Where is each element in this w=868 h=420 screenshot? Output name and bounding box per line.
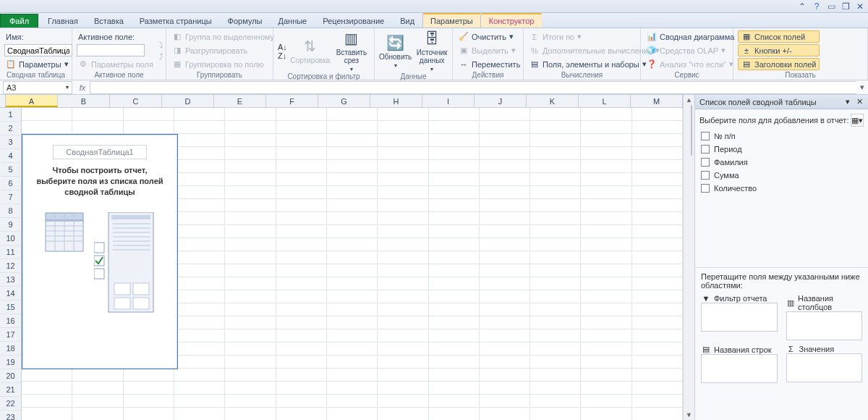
- cell[interactable]: [276, 160, 327, 173]
- cell[interactable]: [632, 186, 683, 199]
- formula-input[interactable]: [90, 81, 856, 94]
- column-header[interactable]: J: [475, 95, 527, 107]
- worksheet[interactable]: ABCDEFGHIJKLM 12345678910111213141516171…: [0, 95, 683, 420]
- cell[interactable]: [276, 186, 327, 199]
- checkbox-icon[interactable]: [701, 132, 710, 140]
- cell[interactable]: [72, 121, 123, 134]
- cell[interactable]: [378, 186, 428, 199]
- cell[interactable]: [378, 225, 428, 238]
- cell[interactable]: [174, 212, 225, 225]
- cell[interactable]: [530, 369, 581, 382]
- cell[interactable]: [174, 238, 225, 251]
- row-header[interactable]: 4: [0, 149, 22, 163]
- cell[interactable]: [327, 290, 378, 303]
- cell[interactable]: [480, 316, 530, 329]
- cell[interactable]: [174, 160, 225, 173]
- cell[interactable]: [174, 277, 225, 290]
- cell[interactable]: [327, 160, 378, 173]
- row-header[interactable]: 7: [0, 190, 22, 204]
- cell[interactable]: [124, 382, 174, 395]
- cell[interactable]: [174, 225, 225, 238]
- cell[interactable]: [581, 186, 631, 199]
- cell[interactable]: [225, 238, 276, 251]
- cell[interactable]: [225, 147, 276, 160]
- window-restore-icon[interactable]: ❐: [841, 1, 851, 12]
- cell[interactable]: [378, 329, 428, 343]
- cell[interactable]: [174, 134, 225, 147]
- cell[interactable]: [22, 369, 72, 382]
- cell[interactable]: [429, 329, 480, 343]
- cell[interactable]: [480, 264, 530, 277]
- cell[interactable]: [225, 303, 276, 316]
- field-item[interactable]: Сумма: [701, 169, 862, 182]
- cell[interactable]: [174, 147, 225, 160]
- cell[interactable]: [632, 395, 683, 408]
- column-header[interactable]: K: [527, 95, 579, 107]
- cell[interactable]: [429, 316, 480, 329]
- cell[interactable]: [225, 356, 276, 369]
- area-rows-box[interactable]: [701, 354, 778, 383]
- cell[interactable]: [174, 199, 225, 212]
- cell[interactable]: [581, 173, 631, 186]
- cell[interactable]: [378, 343, 428, 356]
- cell[interactable]: [174, 316, 225, 329]
- cell[interactable]: [124, 121, 174, 134]
- cell[interactable]: [72, 395, 123, 408]
- cell[interactable]: [378, 277, 428, 290]
- cell[interactable]: [276, 225, 327, 238]
- cell[interactable]: [429, 343, 480, 356]
- cell[interactable]: [530, 121, 581, 134]
- cell[interactable]: [72, 108, 123, 121]
- cell[interactable]: [327, 343, 378, 356]
- cell[interactable]: [378, 264, 428, 277]
- tab-page-layout[interactable]: Разметка страницы: [132, 14, 220, 28]
- active-field-input[interactable]: [77, 44, 145, 56]
- cell[interactable]: [378, 199, 428, 212]
- cell[interactable]: [530, 264, 581, 277]
- tab-home[interactable]: Главная: [40, 14, 86, 28]
- row-header[interactable]: 8: [0, 204, 22, 218]
- buttons-toggle[interactable]: ±Кнопки +/-: [738, 44, 820, 56]
- row-header[interactable]: 12: [0, 259, 22, 273]
- cell[interactable]: [225, 382, 276, 395]
- cell[interactable]: [429, 108, 480, 121]
- cell[interactable]: [429, 238, 480, 251]
- cell[interactable]: [174, 251, 225, 264]
- cell[interactable]: [480, 147, 530, 160]
- cell[interactable]: [174, 382, 225, 395]
- source-button[interactable]: 🗄Источник данных▾: [416, 30, 448, 72]
- cell[interactable]: [378, 369, 428, 382]
- column-header[interactable]: B: [58, 95, 110, 107]
- area-filter-box[interactable]: [701, 303, 778, 332]
- name-box[interactable]: A3▾: [3, 81, 72, 94]
- cell[interactable]: [225, 160, 276, 173]
- cell[interactable]: [327, 303, 378, 316]
- cell[interactable]: [378, 303, 428, 316]
- cell[interactable]: [429, 290, 480, 303]
- row-header[interactable]: 18: [0, 342, 22, 356]
- vertical-scrollbar[interactable]: ▲ ▼: [683, 95, 694, 420]
- cell[interactable]: [480, 329, 530, 343]
- cell[interactable]: [225, 173, 276, 186]
- cell[interactable]: [632, 316, 683, 329]
- cell[interactable]: [530, 212, 581, 225]
- cell[interactable]: [174, 343, 225, 356]
- cell[interactable]: [225, 251, 276, 264]
- cell[interactable]: [124, 108, 174, 121]
- cell[interactable]: [480, 356, 530, 369]
- cell[interactable]: [327, 134, 378, 147]
- cell[interactable]: [480, 212, 530, 225]
- cell[interactable]: [530, 199, 581, 212]
- pane-layout-icon[interactable]: ▦▾: [851, 114, 864, 127]
- cell[interactable]: [327, 329, 378, 343]
- pivot-name-input[interactable]: [4, 44, 72, 56]
- cell[interactable]: [327, 121, 378, 134]
- cell[interactable]: [276, 173, 327, 186]
- cell[interactable]: [174, 303, 225, 316]
- field-item[interactable]: № п/п: [701, 130, 862, 143]
- cell[interactable]: [429, 356, 480, 369]
- pane-close-icon[interactable]: ✕: [855, 97, 864, 106]
- column-header[interactable]: M: [631, 95, 683, 107]
- cell[interactable]: [225, 134, 276, 147]
- row-header[interactable]: 13: [0, 273, 22, 287]
